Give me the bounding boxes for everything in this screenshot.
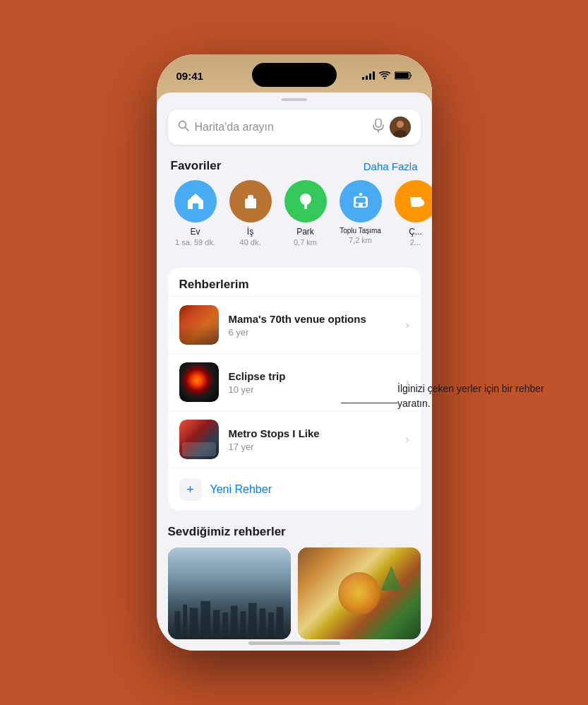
guide-item-mamas[interactable]: Mama's 70th venue options 6 yer › (168, 296, 421, 353)
favorites-header: Favoriler Daha Fazla (157, 156, 432, 180)
svg-rect-1 (395, 73, 409, 78)
loved-card-city[interactable] (168, 547, 291, 639)
svg-rect-22 (212, 610, 220, 639)
svg-point-11 (300, 194, 311, 205)
favorite-icon-ev (174, 180, 217, 223)
svg-rect-28 (268, 612, 274, 639)
favorite-name-is: İş (247, 227, 253, 237)
guides-section: Rehberlerim Mama's 70th venue options 6 … (168, 268, 421, 511)
guide-thumb-metro (179, 420, 219, 459)
sheet-handle (282, 98, 307, 101)
search-icon (178, 120, 189, 134)
svg-rect-20 (189, 608, 198, 639)
svg-rect-12 (304, 203, 307, 209)
bottom-sheet: Harita'da arayın Favoriler Daha (157, 93, 432, 651)
chevron-right-icon: › (405, 319, 409, 331)
microphone-icon[interactable] (373, 119, 384, 136)
favorite-item-ev[interactable]: Ev 1 sa. 59 dk. (168, 180, 223, 247)
svg-rect-29 (276, 608, 283, 639)
new-guide-label: Yeni Rehber (210, 483, 272, 496)
svg-rect-23 (222, 612, 228, 639)
favorite-dist-is: 40 dk. (240, 238, 261, 247)
annotation-label: İlginizi çeken yerler için bir rehber ya… (397, 383, 544, 409)
svg-point-15 (362, 203, 366, 207)
home-indicator (248, 641, 340, 645)
guide-item-eclipse[interactable]: Eclipse trip 10 yer › (168, 353, 421, 410)
loved-guides-section: Sevdiğimiz rehberler (157, 518, 432, 639)
guide-name-mamas: Mama's 70th venue options (229, 312, 396, 326)
loved-guides-title: Sevdiğimiz rehberler (168, 525, 421, 539)
favorites-scroll: Ev 1 sa. 59 dk. İş 40 dk. (157, 180, 432, 255)
guide-name-metro: Metro Stops I Like (229, 427, 396, 441)
guides-title: Rehberlerim (179, 278, 249, 291)
svg-rect-27 (259, 608, 265, 639)
favorites-title: Favoriler (171, 159, 222, 173)
signal-icon (362, 71, 375, 80)
avatar[interactable] (390, 117, 411, 138)
svg-rect-24 (230, 606, 237, 639)
annotation-callout: İlginizi çeken yerler için bir rehber ya… (397, 381, 553, 411)
annotation-line (341, 403, 397, 403)
svg-line-3 (185, 128, 188, 131)
guide-info-mamas: Mama's 70th venue options 6 yer (229, 312, 396, 338)
favorite-item-toplu[interactable]: Toplu Taşıma 7,2 km (333, 180, 388, 247)
phone-frame: 09:41 (157, 54, 432, 651)
search-bar[interactable]: Harita'da arayın (168, 109, 421, 145)
svg-point-7 (397, 121, 404, 128)
favorite-item-ca[interactable]: Ç... 2... (388, 180, 432, 247)
loved-card-food[interactable] (298, 547, 421, 639)
favorites-more-button[interactable]: Daha Fazla (364, 160, 418, 172)
svg-rect-26 (248, 603, 257, 639)
favorite-item-is[interactable]: İş 40 dk. (223, 180, 278, 247)
svg-point-17 (359, 192, 363, 196)
favorite-name-toplu: Toplu Taşıma (340, 227, 381, 235)
svg-point-14 (355, 203, 359, 207)
svg-rect-19 (183, 605, 187, 639)
svg-rect-4 (376, 119, 381, 127)
favorite-name-ev: Ev (190, 227, 200, 237)
favorite-icon-toplu (340, 180, 382, 223)
annotation-text: İlginizi çeken yerler için bir rehber ya… (397, 381, 553, 411)
favorite-dist-ev: 1 sa. 59 dk. (175, 238, 215, 247)
favorite-item-park[interactable]: Park 0,7 km (278, 180, 333, 247)
svg-rect-10 (248, 201, 253, 204)
battery-icon (395, 71, 412, 80)
favorite-icon-ca (395, 180, 432, 223)
search-placeholder-text: Harita'da arayın (195, 121, 367, 134)
svg-rect-25 (240, 611, 246, 639)
favorite-dist-toplu: 7,2 km (349, 236, 372, 244)
svg-rect-18 (174, 611, 180, 639)
favorite-icon-park (284, 180, 327, 223)
guide-thumb-mamas (179, 305, 219, 345)
chevron-right-icon-metro: › (405, 433, 409, 446)
plus-symbol: + (186, 482, 194, 497)
guide-info-metro: Metro Stops I Like 17 yer (229, 427, 396, 453)
guide-count-eclipse: 10 yer (229, 384, 396, 395)
guide-count-metro: 17 yer (229, 442, 396, 452)
wifi-icon (379, 71, 390, 80)
loved-guides-grid (168, 547, 421, 639)
plus-icon: + (179, 478, 202, 501)
guide-thumb-eclipse (179, 362, 219, 402)
guide-count-mamas: 6 yer (229, 327, 396, 338)
dynamic-island (252, 63, 337, 87)
guide-name-eclipse: Eclipse trip (229, 369, 396, 384)
favorite-dist-ca: 2... (410, 238, 421, 247)
status-time: 09:41 (176, 70, 203, 82)
guides-header: Rehberlerim (168, 268, 421, 296)
guide-info-eclipse: Eclipse trip 10 yer (229, 369, 396, 396)
svg-rect-21 (200, 601, 210, 639)
new-guide-button[interactable]: + Yeni Rehber (168, 468, 421, 511)
favorite-name-ca: Ç... (409, 227, 422, 237)
favorite-name-park: Park (296, 227, 314, 237)
status-icons (362, 71, 412, 80)
svg-rect-16 (356, 198, 366, 203)
guide-item-metro[interactable]: Metro Stops I Like 17 yer › (168, 410, 421, 468)
favorite-icon-is (229, 180, 272, 223)
favorite-dist-park: 0,7 km (294, 238, 317, 247)
favorites-section: Favoriler Daha Fazla Ev 1 sa. 59 dk. (157, 156, 432, 261)
